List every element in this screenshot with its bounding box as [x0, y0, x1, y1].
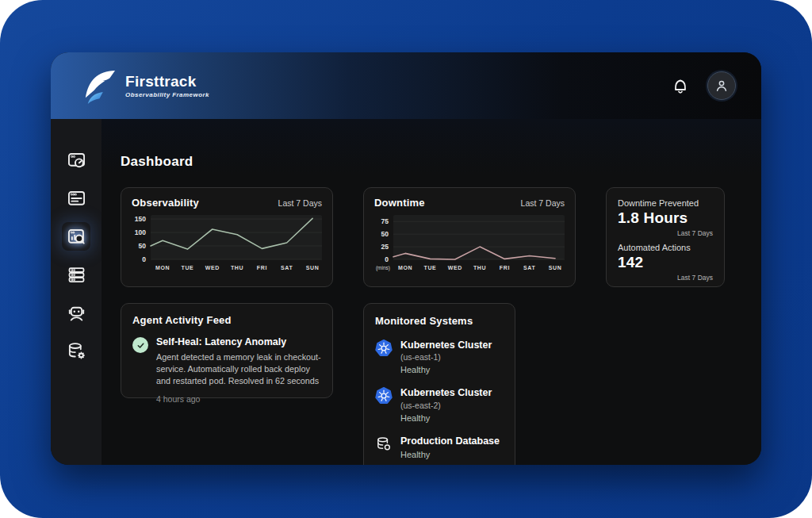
- user-avatar-button[interactable]: [707, 71, 736, 100]
- system-status: Healthy: [400, 413, 492, 423]
- feed-item-time: 4 hours ago: [156, 394, 321, 404]
- window-lines-icon: [66, 188, 87, 209]
- top-cards-row: Observability Last 7 Days 150100500MONTU…: [121, 187, 761, 287]
- system-region: (us-east-1): [400, 352, 492, 362]
- window-chart-search-icon: [66, 226, 87, 247]
- feed-item-text: Self-Heal: Latency Anomaly Agent detecte…: [156, 336, 321, 404]
- kubernetes-icon: [375, 340, 393, 357]
- server-stack-icon: [66, 264, 87, 286]
- downtime-card: Downtime Last 7 Days 7550250(mins)MONTUE…: [363, 187, 576, 287]
- system-item[interactable]: Kubernetes Cluster (us-east-1) Healthy: [375, 340, 504, 374]
- sidebar-item-monitoring[interactable]: [62, 146, 90, 175]
- observability-period-label: Last 7 Days: [278, 198, 322, 208]
- sidebar-item-servers[interactable]: [62, 260, 90, 289]
- app-body: Dashboard Observability Last 7 Days 1501…: [51, 119, 761, 465]
- database-gear-icon: [66, 340, 87, 362]
- system-item[interactable]: Production Database Healthy: [375, 436, 504, 459]
- monitored-systems-card: Monitored Systems K: [363, 303, 515, 465]
- check-circle-icon: [132, 337, 148, 353]
- brand-text: Firsttrack Observability Framework: [125, 74, 209, 98]
- system-region: (us-east-2): [400, 401, 492, 410]
- kubernetes-icon: [375, 387, 393, 405]
- system-item[interactable]: Kubernetes Cluster (us-east-2) Healthy: [375, 387, 504, 422]
- activity-feed-title: Agent Activity Feed: [132, 314, 321, 326]
- bell-icon: [671, 76, 690, 95]
- system-status: Healthy: [400, 365, 492, 374]
- main-content: Dashboard Observability Last 7 Days 1501…: [102, 119, 761, 465]
- header-actions: [671, 71, 736, 100]
- system-status: Healthy: [400, 450, 500, 459]
- user-icon: [714, 78, 730, 94]
- system-item-text: Kubernetes Cluster (us-east-2) Healthy: [400, 387, 492, 422]
- sidebar-item-analytics[interactable]: [62, 222, 90, 251]
- brand-name: Firsttrack: [125, 74, 209, 89]
- y-axis-labels: 150100500: [132, 215, 151, 259]
- app-header: Firsttrack Observability Framework: [51, 52, 761, 119]
- brand-tagline: Observability Framework: [125, 91, 209, 98]
- observability-chart: 150100500MONTUEWEDTHUFRISATSUN: [132, 215, 322, 274]
- database-icon: [375, 436, 393, 453]
- stats-card: Downtime Prevented 1.8 Hours Last 7 Days…: [606, 187, 725, 287]
- downtime-prevented-stat: Downtime Prevented 1.8 Hours Last 7 Days: [618, 198, 713, 237]
- sidebar-item-agents[interactable]: [62, 298, 90, 327]
- system-name: Kubernetes Cluster: [400, 387, 492, 398]
- y-axis-labels: 7550250(mins): [374, 215, 393, 259]
- x-axis-labels: MONTUEWEDTHUFRISATSUN: [151, 265, 322, 274]
- stat-value: 1.8 Hours: [618, 209, 713, 227]
- observability-card-title: Observability: [132, 197, 199, 209]
- stat-value: 142: [618, 254, 713, 271]
- monitored-systems-title: Monitored Systems: [375, 315, 504, 327]
- system-item-text: Production Database Healthy: [400, 436, 500, 459]
- feed-item-body: Agent detected a memory leak in checkout…: [156, 351, 321, 387]
- app-window: Firsttrack Observability Framework: [51, 52, 761, 465]
- sidebar-item-data-settings[interactable]: [62, 336, 90, 365]
- agent-activity-feed-card: Agent Activity Feed Self-Heal: Latency A…: [121, 303, 333, 398]
- observability-card: Observability Last 7 Days 150100500MONTU…: [121, 187, 333, 287]
- automated-actions-stat: Automated Actions 142 Last 7 Days: [618, 243, 713, 282]
- firsttrack-logo-icon: [82, 67, 116, 104]
- window-gauge-icon: [66, 150, 87, 171]
- system-name: Production Database: [400, 436, 500, 447]
- stat-period: Last 7 Days: [618, 274, 713, 282]
- robot-icon: [66, 302, 87, 324]
- page-background: Firsttrack Observability Framework: [0, 0, 812, 518]
- system-item-text: Kubernetes Cluster (us-east-1) Healthy: [400, 340, 492, 374]
- bottom-cards-row: Agent Activity Feed Self-Heal: Latency A…: [121, 303, 761, 465]
- sidebar-item-logs[interactable]: [62, 184, 90, 213]
- stat-period: Last 7 Days: [618, 229, 713, 237]
- page-title: Dashboard: [121, 154, 761, 170]
- x-axis-labels: MONTUEWEDTHUFRISATSUN: [393, 265, 565, 274]
- brand: Firsttrack Observability Framework: [82, 67, 209, 104]
- downtime-card-title: Downtime: [374, 197, 425, 209]
- feed-item-title: Self-Heal: Latency Anomaly: [156, 336, 321, 347]
- notifications-button[interactable]: [671, 76, 690, 95]
- y-axis-unit: (mins): [376, 265, 390, 271]
- downtime-period-label: Last 7 Days: [521, 198, 565, 208]
- system-name: Kubernetes Cluster: [400, 340, 492, 351]
- stat-label: Downtime Prevented: [618, 198, 713, 208]
- sidebar: [51, 119, 102, 465]
- stat-label: Automated Actions: [618, 243, 713, 252]
- downtime-chart: 7550250(mins)MONTUEWEDTHUFRISATSUN: [374, 215, 565, 274]
- feed-item[interactable]: Self-Heal: Latency Anomaly Agent detecte…: [132, 336, 321, 404]
